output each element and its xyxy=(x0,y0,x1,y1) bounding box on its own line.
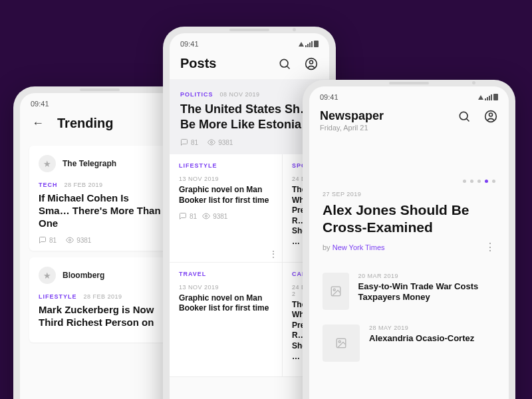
status-bar: 09:41 xyxy=(20,93,180,110)
article-date: 20 MAR 2019 xyxy=(358,273,495,279)
page-title: Trending xyxy=(57,116,169,131)
status-time: 09:41 xyxy=(31,100,49,108)
article-card[interactable]: ★ Bloomberg LIFESTYLE 28 FEB 2019 Mark Z… xyxy=(29,257,170,342)
comment-icon xyxy=(179,212,187,220)
views-count: 9381 xyxy=(207,138,233,146)
account-icon[interactable] xyxy=(304,57,319,71)
grid-article[interactable]: LIFESTYLE 13 NOV 2019 Graphic novel on M… xyxy=(170,154,283,263)
app-bar: Trending xyxy=(20,110,180,139)
wifi-icon xyxy=(478,95,483,100)
eye-icon xyxy=(202,212,210,220)
category-tag: LIFESTYLE xyxy=(179,162,273,169)
eye-icon xyxy=(66,236,74,244)
back-icon[interactable] xyxy=(31,116,45,131)
article-card[interactable]: ★ The Telegraph TECH 28 FEB 2019 If Mich… xyxy=(29,146,170,251)
wifi-icon xyxy=(299,42,304,47)
source-name: The Telegraph xyxy=(63,159,116,168)
status-time: 09:41 xyxy=(180,40,199,48)
source-name: Bloomberg xyxy=(63,271,104,280)
svg-point-0 xyxy=(69,239,71,241)
app-bar: Newspaper Friday, April 21 xyxy=(309,104,509,140)
article-title: Easy-to-Win Trade War Costs Taxpayers Mo… xyxy=(358,281,495,304)
phone-trending: 09:41 Trending ★ The Telegraph TECH 28 F… xyxy=(13,86,186,399)
category-tag: LIFESTYLE xyxy=(39,293,77,300)
account-icon[interactable] xyxy=(483,109,498,124)
category-tag: POLITICS xyxy=(180,91,213,98)
article-headline: Mark Zuckerberg is Now Third Richest Per… xyxy=(39,304,161,329)
status-bar: 09:41 xyxy=(170,33,329,51)
page-title: Newspaper xyxy=(320,109,445,123)
more-icon[interactable]: ⋮ xyxy=(485,241,495,253)
status-time: 09:41 xyxy=(320,93,338,101)
source-link[interactable]: New York Times xyxy=(332,243,385,251)
category-tag: TECH xyxy=(39,182,58,188)
page-subtitle: Friday, April 21 xyxy=(320,124,445,132)
phone-newspaper: 09:41 Newspaper Friday, April 21 27 SE xyxy=(303,80,515,399)
page-indicator[interactable] xyxy=(309,140,509,190)
svg-point-1 xyxy=(280,59,288,67)
svg-point-7 xyxy=(460,112,467,120)
story-title: Alex Jones Should Be Cross-Examined xyxy=(323,201,495,237)
grid-article[interactable]: TRAVEL 13 NOV 2019 Graphic novel on Man … xyxy=(170,263,283,378)
app-bar: Posts xyxy=(170,51,329,79)
article-date: 28 FEB 2019 xyxy=(84,293,122,300)
svg-point-10 xyxy=(489,113,493,116)
article-date: 13 NOV 2019 xyxy=(179,284,273,291)
svg-point-14 xyxy=(338,340,340,342)
eye-icon xyxy=(207,138,215,146)
article-date: 28 MAY 2019 xyxy=(369,325,474,331)
article-date: 28 FEB 2019 xyxy=(65,182,103,188)
article-title: Graphic novel on Man Booker list for fir… xyxy=(179,185,273,205)
comment-icon xyxy=(180,138,188,146)
status-bar: 09:41 xyxy=(309,86,509,104)
article-headline: If Michael Cohen Is Sma… There's More Th… xyxy=(39,192,161,229)
image-placeholder-icon xyxy=(323,325,360,362)
byline: by New York Times xyxy=(323,243,385,251)
search-icon[interactable] xyxy=(277,57,292,71)
hero-headline: The United States Sh… Be More Like Eston… xyxy=(180,102,319,132)
featured-story[interactable]: 27 SEP 2019 Alex Jones Should Be Cross-E… xyxy=(309,190,509,263)
article-date: 08 NOV 2019 xyxy=(220,91,260,98)
comment-icon xyxy=(39,236,47,244)
article-title: Alexandria Ocasio-Cortez xyxy=(369,333,474,344)
svg-line-2 xyxy=(287,66,290,68)
views-count: 9381 xyxy=(66,236,91,244)
svg-point-4 xyxy=(310,61,313,64)
signal-icon xyxy=(305,41,313,47)
star-icon: ★ xyxy=(39,155,56,172)
list-item[interactable]: 20 MAR 2019 Easy-to-Win Trade War Costs … xyxy=(309,267,509,315)
svg-point-6 xyxy=(205,215,207,217)
comments-count: 81 xyxy=(39,236,57,244)
svg-point-12 xyxy=(333,289,335,291)
search-icon[interactable] xyxy=(457,109,471,124)
article-date: 27 SEP 2019 xyxy=(323,191,495,198)
svg-point-5 xyxy=(211,142,213,144)
article-date: 13 NOV 2019 xyxy=(179,176,273,182)
category-tag: TRAVEL xyxy=(179,271,273,277)
image-placeholder-icon xyxy=(323,273,349,310)
more-icon[interactable]: ⋮ xyxy=(269,253,278,255)
svg-line-8 xyxy=(467,119,469,122)
battery-icon xyxy=(493,94,498,100)
signal-icon xyxy=(485,94,492,100)
comments-count: 81 xyxy=(180,138,198,146)
battery-icon xyxy=(314,41,319,47)
article-title: Graphic novel on Man Booker list for fir… xyxy=(179,293,273,314)
star-icon: ★ xyxy=(39,267,56,284)
page-title: Posts xyxy=(180,56,265,71)
list-item[interactable]: 28 MAY 2019 Alexandria Ocasio-Cortez xyxy=(309,319,509,367)
